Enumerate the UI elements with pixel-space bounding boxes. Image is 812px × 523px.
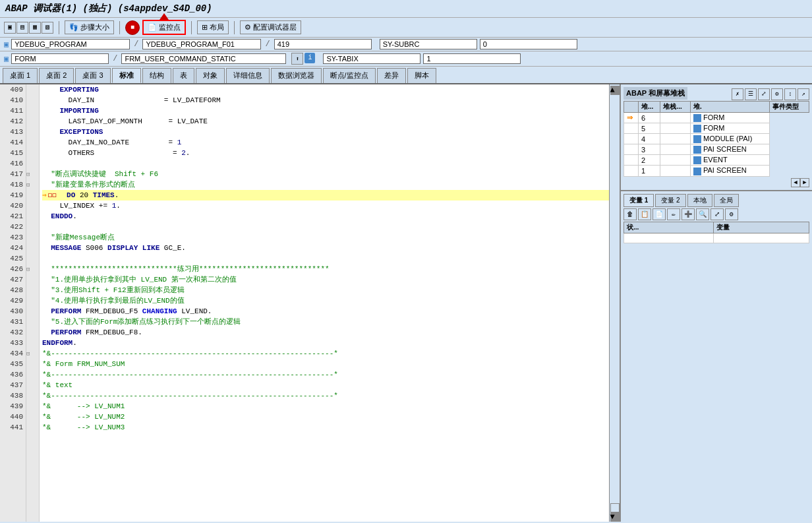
stack-scroll-left[interactable]: ◀ [791,178,800,187]
bp-indicator-434[interactable]: ⊡ [26,348,40,359]
vars-settings-btn[interactable]: ⚙ [725,208,738,220]
code-area[interactable]: EXPORTING DAY_IN = LV_DATEFORM IMPORTING… [40,84,609,522]
tab-breakpoint[interactable]: 断点/监控点 [323,68,376,83]
bp-indicator-425[interactable] [26,253,40,264]
toolbar-icon-1[interactable]: ▣ [4,22,16,34]
layout-icon: ⊞ [202,23,208,32]
vars-add-btn[interactable]: ➕ [682,208,695,220]
bp-indicator-414[interactable] [26,137,40,148]
tab-table[interactable]: 表 [173,68,194,83]
bp-indicator-426[interactable]: ⊡ [26,264,40,274]
bp-indicator-432[interactable] [26,327,40,338]
bp-indicator-437[interactable] [26,380,40,390]
tab-detail[interactable]: 详细信息 [226,68,270,83]
bp-indicator-433[interactable] [26,338,40,348]
code-line-437: *& text [42,380,609,390]
bp-indicator-427[interactable] [26,274,40,285]
bp-indicator-436[interactable] [26,369,40,380]
monitor-arrow [160,13,169,20]
bp-indicator-424[interactable] [26,243,40,253]
export-icon[interactable]: ⬆ [291,53,303,65]
tab-object[interactable]: 对象 [196,68,225,83]
stack-icon-type [693,156,701,164]
bp-indicator-428[interactable] [26,285,40,295]
stack-icon-4[interactable]: ⚙ [771,88,783,100]
bp-indicator-412[interactable] [26,116,40,127]
monitor-button[interactable]: 📄 监控点 [142,20,186,35]
bp-indicator-441[interactable] [26,422,40,433]
bp-indicator-420[interactable] [26,200,40,211]
toolbar-icon-3[interactable]: ▦ [29,22,41,34]
stack-icon-2[interactable]: ☰ [745,88,757,100]
code-line-425 [42,253,609,264]
form-name-field[interactable] [121,53,286,64]
vars-tab-2[interactable]: 变量 2 [655,194,685,207]
tabix-label [323,53,420,64]
line-field[interactable] [274,39,372,49]
code-line-436: *&--------------------------------------… [42,369,609,380]
stack-icon-1[interactable]: ✗ [732,88,743,100]
program-field[interactable] [11,39,130,49]
vars-tab-local[interactable]: 本地 [687,194,712,207]
bp-indicator-439[interactable] [26,401,40,412]
tab-desktop3[interactable]: 桌面 3 [75,68,110,83]
layout-button[interactable]: ⊞ 布局 [197,20,229,34]
tabix-value[interactable] [423,53,521,64]
vars-expand-btn[interactable]: ⤢ [710,208,724,220]
toolbar-icon-2[interactable]: ▤ [16,22,28,34]
vars-filter-btn[interactable]: 🔍 [696,208,709,220]
scroll-up[interactable]: ▲ [610,86,620,95]
stack-row-1: 1PAI SCREEN [624,166,809,176]
bp-indicator-431[interactable] [26,317,40,327]
bp-indicator-435[interactable] [26,359,40,369]
bp-indicator-417[interactable]: ⊡ [26,169,40,179]
code-line-413: EXCEPTIONS [42,127,609,137]
bp-indicator-418[interactable]: ⊟ [26,179,40,190]
vars-tab-global[interactable]: 全局 [714,194,739,207]
subrc-value[interactable] [480,39,577,49]
bp-indicator-411[interactable] [26,106,40,116]
tab-browser[interactable]: 数据浏览器 [271,68,322,83]
scrollbar[interactable]: ▲ ▼ [609,84,620,522]
bp-boxes: ◻◻ [48,190,57,200]
stack-scroll-right[interactable]: ▶ [800,178,809,187]
tab-script[interactable]: 脚本 [407,68,436,83]
step-size-button[interactable]: 👣 步骤大小 [65,20,114,34]
bp-indicator-413[interactable] [26,127,40,137]
info-button[interactable]: i [304,53,315,63]
bp-indicator-422[interactable] [26,222,40,232]
stack-icon-type [693,168,701,175]
code-line-426: *****************************练习用********… [42,264,609,274]
scroll-down[interactable]: ▼ [610,512,620,522]
tab-standard[interactable]: 标准 [112,68,141,83]
bp-indicator-416[interactable] [26,158,40,169]
config-button[interactable]: ⚙ 配置调试器层 [240,20,301,34]
vars-delete-btn[interactable]: 🗑 [624,208,637,220]
stop-button[interactable]: ■ [125,20,140,35]
stack-icon-3[interactable]: ⤢ [758,88,770,100]
tab-structure[interactable]: 结构 [142,68,171,83]
tab-desktop1[interactable]: 桌面 1 [3,68,38,83]
vars-copy-btn[interactable]: 📋 [638,208,651,220]
field-row-1: ▣ / / [0,38,812,51]
bp-indicator-410[interactable] [26,95,40,106]
vars-edit-btn[interactable]: ✏ [667,208,680,220]
stack-icon-6[interactable]: ↗ [798,88,809,100]
vars-paste-btn[interactable]: 📄 [652,208,666,220]
toolbar-icon-4[interactable]: ▧ [42,22,53,34]
bp-indicator-429[interactable] [26,295,40,306]
bp-indicator-430[interactable] [26,306,40,317]
bp-indicator-409[interactable] [26,84,40,95]
bp-indicator-440[interactable] [26,412,40,422]
tab-diff[interactable]: 差异 [377,68,406,83]
bp-indicator-415[interactable] [26,148,40,158]
bp-indicator-421[interactable] [26,211,40,222]
bp-indicator-423[interactable] [26,232,40,243]
scroll-handle[interactable] [610,503,620,512]
include-field[interactable] [142,39,261,49]
stack-icon-5[interactable]: ↕ [784,88,796,100]
bp-indicator-419[interactable] [26,190,40,200]
bp-indicator-438[interactable] [26,390,40,401]
vars-tab-1[interactable]: 变量 1 [624,194,654,207]
tab-desktop2[interactable]: 桌面 2 [39,68,74,83]
